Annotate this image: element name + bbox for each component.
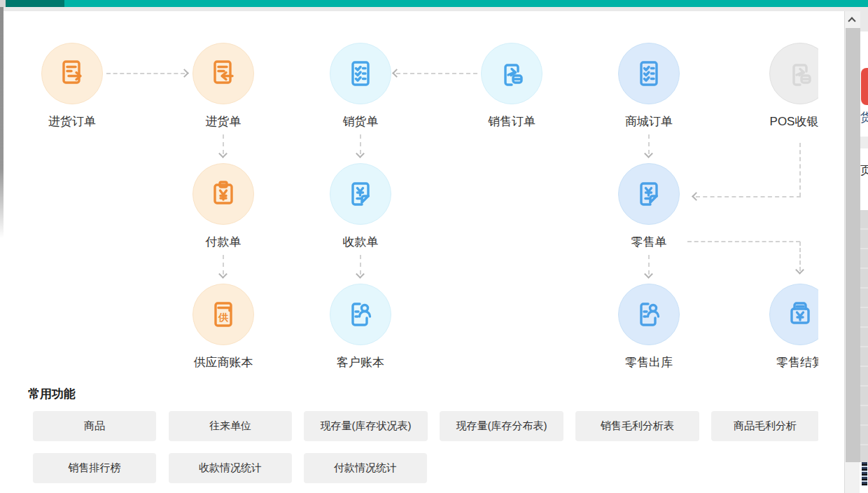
quick-button-receipt-stats[interactable]: 收款情况统计 [169,453,292,483]
quick-button-sales-margin[interactable]: 销售毛利分析表 [575,411,699,441]
flow-node-label: 零售结算 [776,354,818,370]
flow-node-label: 销货单 [343,113,379,130]
chevron-up-icon [848,17,855,25]
flow-node-retail-outbound[interactable]: 零售出库 [587,284,710,370]
arrow-down-icon [356,270,365,279]
checklist-icon [618,43,680,104]
svg-text:供: 供 [218,312,228,323]
flow-node-label: POS收银台 [770,113,818,130]
workflow-modal: 进货订单 进货单 销货单 销售订单 [4,11,844,493]
flow-node-payment[interactable]: 付款单 [162,163,285,250]
flow-connector [799,143,801,197]
flow-node-receipt[interactable]: 收款单 [299,163,422,250]
arrow-down-icon [218,149,227,158]
doc-card-arrow-icon [481,43,542,104]
arrow-down-icon [644,270,653,279]
doc-card-arrow-icon [769,43,818,104]
doc-arrow-in-icon [192,43,254,104]
doc-person-icon [618,284,680,345]
workflow-content: 进货订单 进货单 销货单 销售订单 [0,0,818,493]
quick-button-payment-stats[interactable]: 付款情况统计 [304,453,427,483]
flow-node-purchase-receipt[interactable]: 进货单 [162,43,285,130]
arrow-down-icon [644,149,653,158]
doc-arrow-out-icon [41,43,103,104]
background-red-badge [861,68,868,105]
flow-node-sales-order[interactable]: 销售订单 [450,43,573,130]
flow-node-sales-invoice[interactable]: 销货单 [299,43,422,130]
arrow-down-icon [218,270,227,279]
checklist-icon [330,43,391,104]
flow-node-label: 商城订单 [625,113,673,130]
flow-node-mall-order[interactable]: 商城订单 [587,43,710,130]
background-page-sliver: 货 页 [860,7,868,493]
flow-node-label: 零售出库 [625,354,673,370]
flow-connector [696,196,801,197]
background-table-rows-sliver [860,210,868,462]
flow-node-label: 销售订单 [488,113,536,130]
flow-connector [106,73,185,74]
quick-button-partners[interactable]: 往来单位 [169,411,292,441]
arrow-down-icon [356,149,365,158]
quick-button-stock-status[interactable]: 现存量(库存状况表) [304,411,428,441]
scrollbar-thumb[interactable] [846,28,860,462]
ledger-icon: 供 [192,284,254,345]
background-header-sliver [860,7,868,32]
quick-button-goods-margin[interactable]: 商品毛利分析 [711,411,818,441]
flow-node-supplier-ledger[interactable]: 供 供应商账本 [162,284,285,370]
common-functions-title: 常用功能 [28,386,76,402]
flow-node-label: 收款单 [343,234,379,250]
flow-node-label: 进货订单 [48,113,96,130]
flow-node-label: 进货单 [206,113,241,130]
flow-node-label: 客户账本 [337,354,384,370]
page-yen-icon [618,163,680,225]
flow-node-pos-cashier[interactable]: POS收银台 [738,43,818,130]
flow-node-purchase-order[interactable]: 进货订单 [10,43,134,130]
flow-node-label: 供应商账本 [194,354,253,370]
background-thumbnail-sliver [862,462,867,486]
flow-node-retail-order[interactable]: 零售单 [587,163,710,250]
flow-node-retail-settlement[interactable]: 零售结算 [738,284,818,370]
doc-person-icon [330,284,391,345]
background-divider [860,137,868,148]
flow-node-label: 零售单 [631,234,667,250]
quick-button-sales-ranking[interactable]: 销售排行榜 [33,453,156,483]
scrollbar-up-button[interactable] [845,11,860,28]
background-partial-text: 页 [860,162,868,179]
flow-node-customer-ledger[interactable]: 客户账本 [299,284,422,370]
background-partial-text: 货 [860,109,868,125]
register-yen-icon [769,284,818,345]
screen: 进货订单 进货单 销货单 销售订单 [0,0,868,493]
arrow-down-icon [795,265,804,275]
quick-button-goods[interactable]: 商品 [33,411,156,441]
flow-connector [396,73,477,74]
page-yen-icon [330,163,391,225]
scrollbar[interactable] [844,11,860,493]
clipboard-yen-icon [192,163,254,225]
quick-button-stock-distribution[interactable]: 现存量(库存分布表) [440,411,564,441]
flow-node-label: 付款单 [206,234,241,250]
flow-connector [687,241,800,242]
